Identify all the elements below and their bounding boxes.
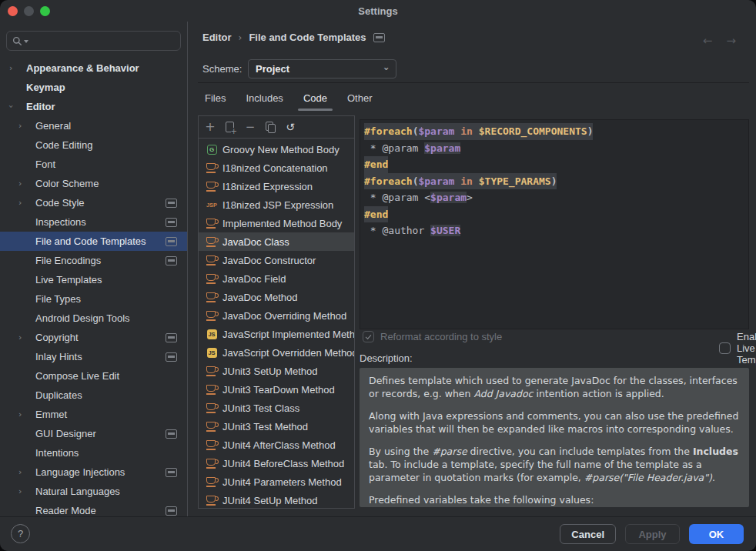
sidebar-item-label: Compose Live Edit: [35, 370, 119, 382]
template-editor[interactable]: #foreach($param in $RECORD_COMPONENTS) *…: [360, 119, 749, 329]
sidebar-item[interactable]: Emmet: [0, 405, 187, 424]
sidebar-item[interactable]: GUI Designer: [0, 424, 187, 443]
sidebar-item[interactable]: File and Code Templates: [0, 232, 187, 251]
tab-code[interactable]: Code: [298, 87, 333, 111]
code-line: #foreach($param in $RECORD_COMPONENTS): [364, 123, 748, 140]
sidebar-item[interactable]: Live Templates: [0, 270, 187, 289]
template-item[interactable]: JUnit4 BeforeClass Method: [199, 454, 354, 473]
sidebar-item-label: Reader Mode: [35, 505, 96, 516]
chevron-right-icon[interactable]: [18, 487, 35, 496]
chevron-right-icon[interactable]: [18, 199, 35, 207]
search-history-caret-icon[interactable]: [24, 40, 28, 43]
sidebar-item[interactable]: File Types: [0, 289, 187, 309]
chevron-right-icon[interactable]: [9, 64, 26, 72]
template-item-label: JUnit3 Test Method: [222, 421, 308, 432]
settings-search-field[interactable]: [6, 31, 181, 51]
sidebar-item[interactable]: Font: [0, 155, 187, 174]
sidebar-item[interactable]: Appearance & Behavior: [0, 58, 187, 78]
template-item[interactable]: I18nized Concatenation: [199, 159, 354, 177]
chevron-right-icon[interactable]: [18, 333, 35, 342]
project-setting-marker-icon: [166, 429, 177, 439]
sidebar-item[interactable]: Code Style: [0, 193, 187, 212]
back-arrow-icon[interactable]: ←: [703, 34, 713, 48]
java-icon: [206, 420, 218, 432]
description-label: Description:: [360, 352, 413, 364]
settings-sidebar: Appearance & BehaviorKeymapEditorGeneral…: [0, 22, 188, 517]
sidebar-item[interactable]: File Encodings: [0, 251, 187, 270]
sidebar-item[interactable]: Language Injections: [0, 463, 187, 482]
sidebar-item[interactable]: Duplicates: [0, 386, 187, 405]
template-item[interactable]: JavaDoc Overriding Method: [199, 306, 354, 325]
sidebar-item[interactable]: Color Scheme: [0, 174, 187, 193]
template-item[interactable]: I18nized Expression: [199, 177, 354, 195]
chevron-right-icon[interactable]: [18, 179, 35, 188]
breadcrumb-editor[interactable]: Editor: [202, 32, 232, 43]
revert-template-button[interactable]: [284, 121, 296, 133]
zoom-window-button[interactable]: [40, 6, 50, 16]
sidebar-item[interactable]: Inlay Hints: [0, 347, 187, 366]
sidebar-item[interactable]: Reader Mode: [0, 501, 187, 517]
close-window-button[interactable]: [8, 6, 18, 16]
apply-button[interactable]: Apply: [625, 524, 680, 544]
tab-other[interactable]: Other: [342, 87, 378, 111]
live-templates-option: Enable Live Templates: [719, 331, 756, 366]
sidebar-item[interactable]: Code Editing: [0, 135, 187, 155]
code-line: * @param <$param>: [364, 189, 748, 206]
chevron-right-icon[interactable]: [18, 122, 35, 130]
remove-template-button[interactable]: [244, 121, 256, 133]
template-item[interactable]: JUnit4 AfterClass Method: [199, 436, 354, 454]
minimize-window-button[interactable]: [24, 6, 34, 16]
template-item[interactable]: JUnit3 Test Class: [199, 399, 354, 417]
template-item-label: Implemented Method Body: [222, 218, 342, 229]
description-box[interactable]: Defines template which used to generate …: [360, 368, 749, 507]
duplicate-template-button[interactable]: [224, 121, 236, 133]
sidebar-item[interactable]: Compose Live Edit: [0, 366, 187, 386]
java-icon: [206, 494, 218, 506]
add-template-button[interactable]: [204, 121, 216, 133]
template-item[interactable]: JUnit4 Parameters Method: [199, 473, 354, 491]
chevron-down-icon[interactable]: [9, 102, 26, 111]
history-nav: ← →: [703, 34, 736, 48]
template-item[interactable]: JUnit3 Test Method: [199, 417, 354, 436]
template-item[interactable]: JavaDoc Constructor: [199, 251, 354, 269]
forward-arrow-icon[interactable]: →: [726, 34, 736, 48]
template-item[interactable]: JavaDoc Class: [199, 232, 354, 251]
sidebar-item[interactable]: Copyright: [0, 328, 187, 347]
sidebar-item[interactable]: Intentions: [0, 443, 187, 463]
java-icon: [206, 217, 218, 229]
ok-button[interactable]: OK: [689, 524, 744, 544]
cancel-button[interactable]: Cancel: [560, 524, 616, 544]
sidebar-item[interactable]: Keymap: [0, 78, 187, 97]
template-item[interactable]: JSPI18nized JSP Expression: [199, 195, 354, 214]
template-item[interactable]: JavaDoc Field: [199, 269, 354, 288]
sidebar-item[interactable]: Editor: [0, 97, 187, 116]
template-item[interactable]: JUnit3 SetUp Method: [199, 362, 354, 380]
sidebar-item-label: Keymap: [26, 82, 65, 93]
template-item[interactable]: Implemented Method Body: [199, 214, 354, 232]
sidebar-item[interactable]: General: [0, 116, 187, 135]
scheme-select[interactable]: Project ›: [248, 59, 396, 78]
template-item[interactable]: JUnit4 SetUp Method: [199, 491, 354, 509]
chevron-right-icon[interactable]: [18, 410, 35, 419]
sidebar-item[interactable]: Inspections: [0, 212, 187, 232]
template-item[interactable]: JSJavaScript Implemented Method: [199, 325, 354, 343]
tab-files[interactable]: Files: [199, 87, 231, 111]
reformat-label: Reformat according to style: [380, 331, 502, 342]
window-title: Settings: [358, 5, 397, 17]
template-item-label: JUnit3 SetUp Method: [222, 366, 318, 377]
reformat-checkbox[interactable]: [363, 331, 374, 342]
template-item[interactable]: GGroovy New Method Body: [199, 140, 354, 159]
tab-includes[interactable]: Includes: [240, 87, 288, 111]
sidebar-item[interactable]: Android Design Tools: [0, 309, 187, 328]
chevron-right-icon[interactable]: [18, 468, 35, 476]
template-item[interactable]: JavaDoc Method: [199, 288, 354, 306]
live-templates-checkbox[interactable]: [719, 342, 731, 354]
template-item[interactable]: JUnit3 TearDown Method: [199, 380, 354, 399]
help-button[interactable]: ?: [11, 524, 30, 543]
search-input[interactable]: [30, 35, 175, 48]
project-setting-marker-icon: [373, 33, 385, 42]
copy-template-button[interactable]: [264, 121, 276, 133]
sidebar-item[interactable]: Natural Languages: [0, 482, 187, 501]
template-item[interactable]: JSJavaScript Overridden Method: [199, 343, 354, 362]
chevron-down-icon: ›: [381, 67, 393, 71]
